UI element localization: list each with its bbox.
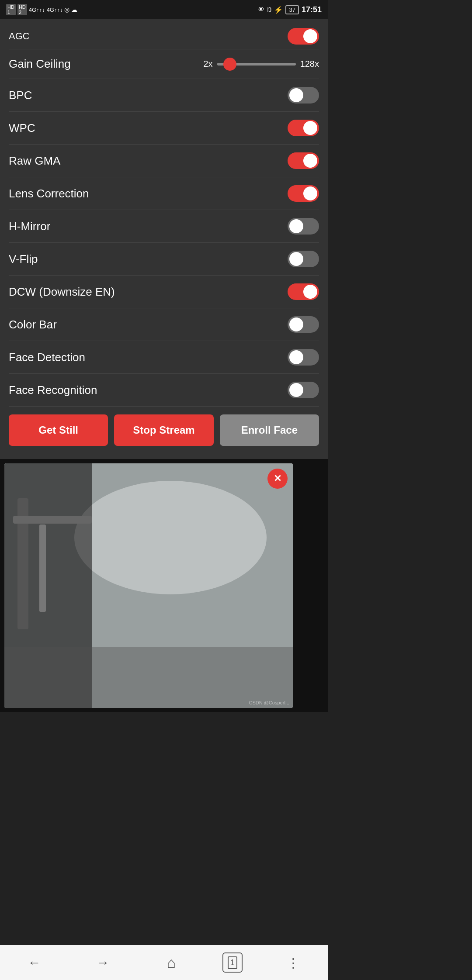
color-bar-row: Color Bar bbox=[9, 308, 319, 341]
color-bar-toggle[interactable] bbox=[288, 316, 319, 333]
status-right: 👁 Ŋ ⚡ 37 17:51 bbox=[257, 5, 322, 14]
raw-gma-row: Raw GMA bbox=[9, 145, 319, 177]
v-flip-toggle[interactable] bbox=[288, 251, 319, 267]
gain-min: 2x bbox=[204, 59, 213, 69]
bpc-label: BPC bbox=[9, 89, 32, 102]
wpc-toggle[interactable] bbox=[288, 120, 319, 136]
lens-correction-row: Lens Correction bbox=[9, 177, 319, 210]
preview-area: ✕ CSDN @Cosperl... bbox=[0, 459, 328, 712]
face-detection-row: Face Detection bbox=[9, 341, 319, 374]
face-detection-label: Face Detection bbox=[9, 351, 85, 364]
lens-correction-label: Lens Correction bbox=[9, 187, 89, 200]
face-recognition-row: Face Recognition bbox=[9, 374, 319, 407]
nfc-icon: Ŋ bbox=[267, 6, 271, 13]
agc-label: AGC bbox=[9, 31, 30, 42]
face-detection-toggle[interactable] bbox=[288, 349, 319, 366]
get-still-button[interactable]: Get Still bbox=[9, 414, 108, 446]
eye-icon: 👁 bbox=[257, 6, 264, 14]
camera-scene bbox=[4, 463, 293, 708]
wpc-label: WPC bbox=[9, 121, 35, 135]
gain-max: 128x bbox=[300, 59, 319, 69]
preview-side-dark bbox=[293, 463, 328, 708]
face-recognition-toggle[interactable] bbox=[288, 382, 319, 398]
gain-slider-thumb[interactable] bbox=[223, 58, 236, 71]
gain-ceiling-row: Gain Ceiling 2x 128x bbox=[9, 49, 319, 79]
color-bar-label: Color Bar bbox=[9, 318, 57, 331]
close-preview-button[interactable]: ✕ bbox=[267, 469, 288, 489]
raw-gma-toggle[interactable] bbox=[288, 152, 319, 169]
h-mirror-row: H-Mirror bbox=[9, 210, 319, 243]
weather-icon: ☁ bbox=[71, 6, 77, 13]
location-icon: ◎ bbox=[64, 6, 69, 13]
settings-panel: AGC Gain Ceiling 2x 128x BPC WPC Raw GM bbox=[0, 19, 328, 459]
svg-rect-7 bbox=[4, 647, 293, 708]
h-mirror-toggle[interactable] bbox=[288, 218, 319, 235]
close-icon: ✕ bbox=[274, 473, 281, 484]
lens-correction-toggle[interactable] bbox=[288, 185, 319, 202]
agc-row: AGC bbox=[9, 24, 319, 49]
dcw-row: DCW (Downsize EN) bbox=[9, 276, 319, 308]
hd1-badge: HD1 bbox=[6, 4, 16, 15]
svg-rect-4 bbox=[13, 516, 92, 524]
gain-ceiling-label: Gain Ceiling bbox=[9, 57, 71, 71]
wpc-row: WPC bbox=[9, 112, 319, 145]
raw-gma-label: Raw GMA bbox=[9, 154, 60, 168]
gain-right: 2x 128x bbox=[204, 59, 319, 69]
watermark: CSDN @Cosperl... bbox=[249, 700, 289, 705]
camera-feed bbox=[4, 463, 293, 708]
signal-4g2: 4G↑↑↓ bbox=[47, 7, 63, 13]
battery-indicator: 37 bbox=[285, 5, 298, 14]
bpc-toggle[interactable] bbox=[288, 87, 319, 104]
signal-4g: 4G↑↑↓ bbox=[29, 7, 45, 13]
h-mirror-label: H-Mirror bbox=[9, 220, 50, 233]
gain-slider-track[interactable] bbox=[217, 63, 296, 66]
svg-rect-5 bbox=[39, 525, 46, 612]
enroll-face-button[interactable]: Enroll Face bbox=[220, 414, 319, 446]
stop-stream-button[interactable]: Stop Stream bbox=[114, 414, 213, 446]
face-recognition-label: Face Recognition bbox=[9, 383, 97, 397]
camera-preview: ✕ CSDN @Cosperl... bbox=[4, 463, 293, 708]
status-bar: HD1 HD2 4G↑↑↓ 4G↑↑↓ ◎ ☁ 👁 Ŋ ⚡ 37 17:51 bbox=[0, 0, 328, 19]
v-flip-label: V-Flip bbox=[9, 252, 38, 266]
hd2-badge: HD2 bbox=[17, 4, 27, 15]
action-buttons: Get Still Stop Stream Enroll Face bbox=[9, 407, 319, 450]
dcw-label: DCW (Downsize EN) bbox=[9, 285, 115, 299]
v-flip-row: V-Flip bbox=[9, 243, 319, 276]
agc-toggle[interactable] bbox=[288, 28, 319, 45]
clock: 17:51 bbox=[302, 5, 322, 14]
dcw-toggle[interactable] bbox=[288, 283, 319, 300]
status-left: HD1 HD2 4G↑↑↓ 4G↑↑↓ ◎ ☁ bbox=[6, 4, 77, 15]
bluetooth-icon: ⚡ bbox=[274, 6, 283, 14]
bpc-row: BPC bbox=[9, 79, 319, 112]
